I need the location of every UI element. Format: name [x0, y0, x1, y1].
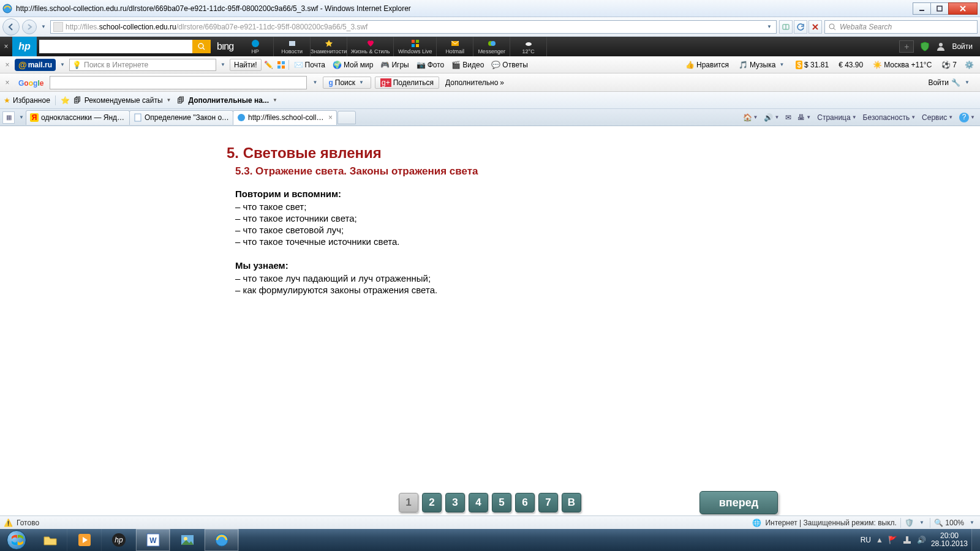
show-desktop-button[interactable]	[971, 529, 980, 551]
zoom-button[interactable]: 🔍 100%	[934, 519, 964, 527]
stop-button[interactable]	[809, 20, 822, 34]
page-button-2[interactable]: 2	[422, 493, 442, 512]
service-menu[interactable]: Сервис▼	[919, 112, 956, 123]
page-button-4[interactable]: 4	[469, 493, 488, 512]
nav-history-dropdown[interactable]: ▼	[39, 24, 48, 29]
new-tab-button[interactable]	[337, 111, 356, 124]
tab-1[interactable]: Определение "Закон отр...	[129, 110, 233, 125]
mailru-close[interactable]: ×	[2, 61, 12, 69]
page-button-6[interactable]: 6	[515, 493, 535, 512]
hp-add-button[interactable]: +	[899, 40, 914, 53]
compat-view-button[interactable]	[779, 20, 793, 34]
mailru-games[interactable]: 🎮Игры	[378, 61, 411, 69]
mailru-photo[interactable]: 📷Фото	[414, 61, 447, 69]
page-button-back[interactable]: В	[562, 493, 581, 512]
mailru-usd[interactable]: $$ 31.81	[793, 61, 831, 69]
quick-tabs-button[interactable]: ▦	[2, 111, 15, 124]
mailru-mailcount[interactable]: ⚽7	[939, 61, 959, 69]
google-search-box[interactable]	[50, 76, 307, 89]
taskbar-explorer[interactable]	[33, 529, 67, 551]
hp-item-news[interactable]: Новости	[274, 37, 311, 56]
security-menu[interactable]: Безопасность▼	[861, 112, 918, 123]
highlight-icon[interactable]: ✏️	[264, 60, 274, 70]
favorites-button[interactable]: ★Избранное	[4, 96, 50, 105]
hp-toolbar-close[interactable]: ×	[0, 42, 12, 51]
mailru-world[interactable]: 🌍Мой мир	[330, 61, 375, 69]
address-bar[interactable]: http://files.school-collection.edu.ru/dl…	[50, 20, 777, 34]
mailru-music[interactable]: 🎵Музыка▼	[736, 61, 788, 69]
google-more[interactable]: Дополнительно »	[443, 78, 505, 87]
tray-lang[interactable]: RU	[861, 536, 871, 544]
taskbar-pictures[interactable]	[170, 529, 205, 551]
browser-search-box[interactable]: Webalta Search	[824, 20, 978, 34]
mailru-find-button[interactable]: Найти!	[230, 59, 262, 71]
hp-login-link[interactable]: Войти	[952, 42, 973, 51]
mailru-weather[interactable]: ☀️Москва +11°C	[870, 61, 934, 69]
tab-0[interactable]: Яодноклассники — Яндекс...	[26, 110, 130, 125]
tray-flag-icon[interactable]: 🚩	[888, 536, 897, 544]
close-button[interactable]	[948, 2, 978, 15]
mailru-dropdown[interactable]: ▼	[58, 62, 67, 67]
hp-logo[interactable]: hp	[12, 37, 37, 56]
shield-icon[interactable]	[920, 42, 930, 51]
url-dropdown-icon[interactable]: ▼	[765, 24, 774, 29]
protected-mode-icon[interactable]: 🛡️	[905, 519, 914, 527]
mailru-video[interactable]: 🎬Видео	[449, 61, 486, 69]
google-login[interactable]: Войти	[928, 78, 949, 87]
tray-clock[interactable]: 20:0028.10.2013	[931, 532, 968, 548]
hp-item-life[interactable]: Жизнь & Стиль	[347, 37, 394, 56]
home-button[interactable]: 🏠▼	[741, 112, 761, 123]
tab-list-dropdown[interactable]: ▼	[17, 114, 26, 120]
maximize-button[interactable]	[930, 2, 949, 15]
google-search-dropdown[interactable]: ▼	[311, 80, 319, 85]
additional-addons[interactable]: 🗐Дополнительные на...▼	[176, 96, 277, 105]
person-icon[interactable]	[936, 42, 946, 51]
wrench-icon[interactable]: 🔧	[951, 78, 960, 87]
hp-item-hp[interactable]: HP	[237, 37, 274, 56]
forward-page-button[interactable]: вперед	[699, 491, 778, 514]
hp-item-hotmail[interactable]: Hotmail	[437, 37, 473, 56]
taskbar-media[interactable]	[67, 529, 102, 551]
hp-item-messenger[interactable]: Messenger	[473, 37, 510, 56]
mailru-logo[interactable]: @mail.ru	[15, 59, 56, 71]
recommended-sites[interactable]: ⭐🗐Рекомендуемые сайты▼	[61, 96, 172, 105]
refresh-button[interactable]	[794, 20, 807, 34]
mailru-search-box[interactable]: 💡 Поиск в Интернете	[69, 59, 216, 71]
mailru-search-dropdown[interactable]: ▼	[219, 62, 227, 67]
gear-icon[interactable]: ⚙️	[964, 60, 974, 70]
google-share-button[interactable]: g+Поделиться	[375, 77, 439, 89]
google-search-button[interactable]: gПоиск▼	[323, 77, 371, 89]
readmail-button[interactable]: ✉	[783, 112, 794, 123]
bing-logo[interactable]: bıng	[213, 41, 237, 52]
minimize-button[interactable]	[913, 2, 931, 15]
forward-button[interactable]	[22, 20, 37, 34]
page-button-7[interactable]: 7	[538, 493, 558, 512]
google-close[interactable]: ×	[2, 78, 12, 87]
google-logo[interactable]: Google	[16, 76, 46, 89]
help-button[interactable]: ?▼	[957, 111, 978, 124]
tray-network-icon[interactable]	[902, 535, 912, 545]
page-menu[interactable]: Страница▼	[815, 112, 859, 123]
back-button[interactable]	[2, 18, 20, 36]
hp-item-weather[interactable]: 12°C	[510, 37, 547, 56]
bing-search-button[interactable]	[192, 40, 211, 53]
taskbar-hp[interactable]: hp	[102, 529, 136, 551]
bing-search-box[interactable]	[39, 40, 211, 53]
taskbar-word[interactable]: W	[136, 529, 170, 551]
hp-item-live[interactable]: Windows Live	[394, 37, 437, 56]
mailru-like[interactable]: 👍Нравится	[683, 61, 731, 69]
tab-2[interactable]: http://files.school-colle...×	[233, 110, 337, 125]
mailru-eur[interactable]: € 43.90	[836, 61, 865, 69]
tab-close-icon[interactable]: ×	[328, 113, 333, 122]
tray-volume-icon[interactable]: 🔊	[917, 536, 926, 544]
tray-up-icon[interactable]: ▲	[876, 536, 883, 544]
page-button-5[interactable]: 5	[492, 493, 511, 512]
feeds-button[interactable]: 🔊▼	[761, 112, 782, 123]
mailru-mail[interactable]: ✉️Почта	[292, 61, 328, 69]
mailru-answers[interactable]: 💬Ответы	[489, 61, 530, 69]
page-button-1[interactable]: 1	[399, 493, 418, 512]
taskbar-ie[interactable]	[205, 529, 239, 551]
start-button[interactable]	[0, 529, 33, 551]
page-button-3[interactable]: 3	[445, 493, 465, 512]
print-button[interactable]: 🖶▼	[795, 112, 813, 123]
